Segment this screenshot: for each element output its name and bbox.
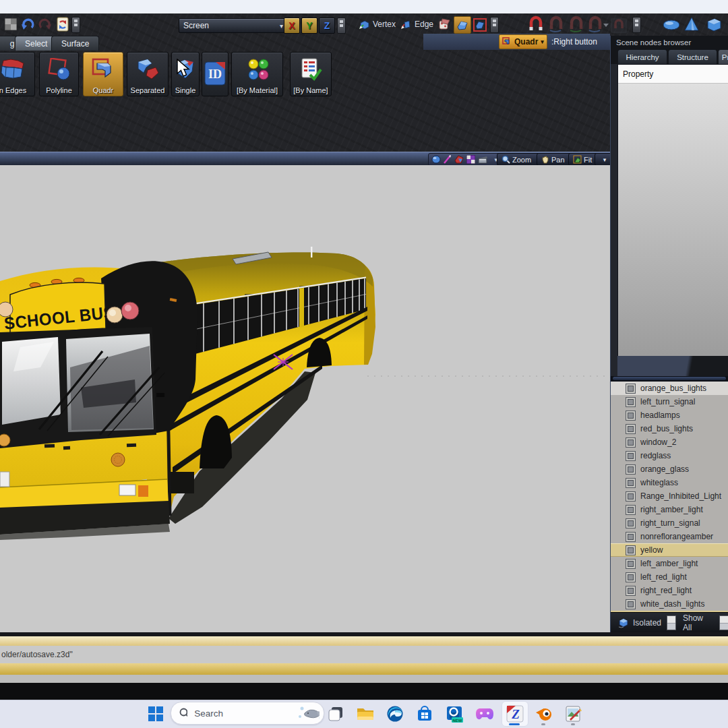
edge-icon [400, 19, 411, 30]
node-checkbox[interactable] [626, 559, 636, 569]
chevron-down-icon: ▾ [541, 38, 544, 45]
node-row-window-2[interactable]: window_2 [611, 435, 728, 449]
node-row-yellow-selected[interactable]: yellow [611, 543, 728, 557]
zmodeler-window: Screen ▾ X Y Z Vertex Edge [0, 0, 728, 728]
node-checkbox[interactable] [626, 518, 636, 528]
node-row-orange-glass[interactable]: orange_glass [611, 462, 728, 476]
search-highlight-stingray-icon [297, 704, 320, 722]
tab-properties[interactable]: Properties [718, 49, 728, 65]
texture-icon[interactable] [4, 18, 18, 31]
node-checkbox[interactable] [626, 478, 636, 488]
node-checkbox[interactable] [626, 572, 636, 582]
edge-mode-button[interactable]: Edge [400, 19, 433, 30]
disc-primitive-icon[interactable] [662, 19, 681, 31]
file-explorer-button[interactable] [355, 704, 375, 724]
viewport-display-toolbar[interactable]: ▾ [428, 153, 501, 166]
node-checkbox[interactable] [626, 586, 636, 596]
snap-scroll-button[interactable] [632, 17, 641, 33]
vertex-mode-button[interactable]: Vertex [359, 19, 396, 30]
node-row-left-amber-light[interactable]: left_amber_light [611, 557, 728, 570]
node-row-right-red-light[interactable]: right_red_light [611, 584, 728, 597]
node-checkbox[interactable] [626, 411, 636, 421]
palette-polyline-button[interactable]: Polyline [39, 52, 79, 96]
viewport-3d[interactable]: SCHOOL BUS [0, 165, 610, 633]
bumper-reflector-orange [138, 485, 148, 497]
image-editor-running-indicator [571, 723, 575, 725]
poly-select-active-icon[interactable] [454, 16, 471, 34]
node-row-whiteglass[interactable]: whiteglass [611, 476, 728, 489]
game-bar-button[interactable] [475, 704, 495, 724]
isolated-label[interactable]: Isolated [633, 618, 661, 628]
tab-surface[interactable]: Surface [51, 36, 99, 51]
node-row-nonreflorangeamber[interactable]: nonreflorangeamber [611, 530, 728, 543]
palette-by-material-button[interactable]: [By Material] [231, 52, 283, 96]
node-row-redglass[interactable]: redglass [611, 449, 728, 462]
node-checkbox[interactable] [626, 424, 636, 434]
isolated-spinner[interactable] [667, 615, 676, 630]
node-checkbox[interactable] [626, 451, 636, 461]
toolbar-scroll-button[interactable] [71, 17, 80, 33]
view-mode-dropdown[interactable]: Screen ▾ [179, 18, 288, 33]
node-row-white-dash-lights[interactable]: white_dash_lights [611, 597, 728, 611]
clapper-icon [478, 155, 488, 164]
select-scroll-button[interactable] [490, 17, 499, 33]
node-checkbox[interactable] [626, 437, 636, 448]
node-row-right-turn-signal[interactable]: right_turn_signal [611, 516, 728, 530]
tab-hierarchy[interactable]: Hierarchy [617, 49, 667, 65]
taskbar-search-box[interactable] [171, 702, 324, 725]
node-checkbox[interactable] [626, 505, 636, 515]
start-button[interactable] [146, 704, 166, 724]
task-view-button[interactable] [326, 704, 346, 724]
palette-by-name-button[interactable]: [By Name] [290, 52, 332, 96]
node-row-right-amber-light[interactable]: right_amber_light [611, 503, 728, 516]
tab-structure[interactable]: Structure [668, 49, 717, 65]
palette-separated-button[interactable]: Separated [127, 52, 169, 96]
outlook-button[interactable]: NEW [445, 704, 465, 724]
node-row-left-turn-signal[interactable]: left_turn_signal [611, 395, 728, 408]
scene-nodes-browser: Scene nodes browser Hierarchy Structure … [610, 36, 728, 632]
open-edges-icon [1, 58, 25, 81]
node-checkbox[interactable] [626, 464, 636, 475]
active-tool-chip[interactable]: Quadr ▾ [499, 34, 547, 49]
node-checkbox[interactable] [626, 491, 636, 502]
node-row-orange-bus-lights[interactable]: orange_bus_lights [611, 382, 728, 395]
palette-quadr-button[interactable]: Quadr [83, 52, 123, 96]
palette-open-edges-button[interactable]: n Edges [0, 52, 35, 96]
node-checkbox[interactable] [626, 384, 636, 394]
search-input[interactable] [193, 708, 297, 719]
poly-deselect-icon[interactable] [473, 18, 487, 32]
axis-z-button[interactable]: Z [319, 18, 335, 34]
image-editor-button[interactable] [564, 704, 584, 724]
search-icon [179, 708, 187, 719]
node-row-red-bus-lights[interactable]: red_bus_lights [611, 422, 728, 435]
right-button-hint: :Right button [551, 37, 597, 47]
cube-primitive-icon[interactable] [705, 16, 723, 32]
show-all-label[interactable]: Show All [683, 613, 714, 632]
axis-x-button[interactable]: X [284, 18, 300, 34]
dice-icon[interactable] [438, 18, 452, 31]
undo-icon[interactable] [20, 17, 35, 32]
node-checkbox[interactable] [626, 397, 636, 407]
node-row-headlamps[interactable]: headlamps [611, 408, 728, 422]
bumper-reflector-white [119, 485, 135, 495]
palette-single-button[interactable]: Single [171, 52, 200, 96]
by-material-icon [245, 58, 270, 81]
reload-file-icon[interactable] [55, 16, 70, 32]
show-all-spinner[interactable] [719, 615, 728, 630]
axis-y-button[interactable]: Y [301, 18, 317, 34]
edge-browser-button[interactable] [385, 704, 405, 724]
node-row-range-inhibited-light[interactable]: Range_Inhibited_Light [611, 489, 728, 503]
cone-primitive-icon[interactable] [684, 16, 700, 32]
palette-id-button[interactable]: ID [202, 52, 229, 96]
node-checkbox[interactable] [626, 545, 636, 555]
node-row-left-red-light[interactable]: left_red_light [611, 570, 728, 584]
blender-button[interactable] [534, 704, 554, 724]
node-checkbox[interactable] [626, 599, 636, 609]
ms-store-button[interactable] [415, 704, 435, 724]
axis-scroll-button[interactable] [337, 18, 346, 34]
single-icon [175, 58, 196, 81]
horizontal-scrollbar[interactable] [611, 376, 728, 382]
node-checkbox[interactable] [626, 532, 636, 542]
active-tool-hint-strip: Quadr ▾ :Right button [423, 34, 610, 50]
redo-icon[interactable] [38, 17, 53, 32]
